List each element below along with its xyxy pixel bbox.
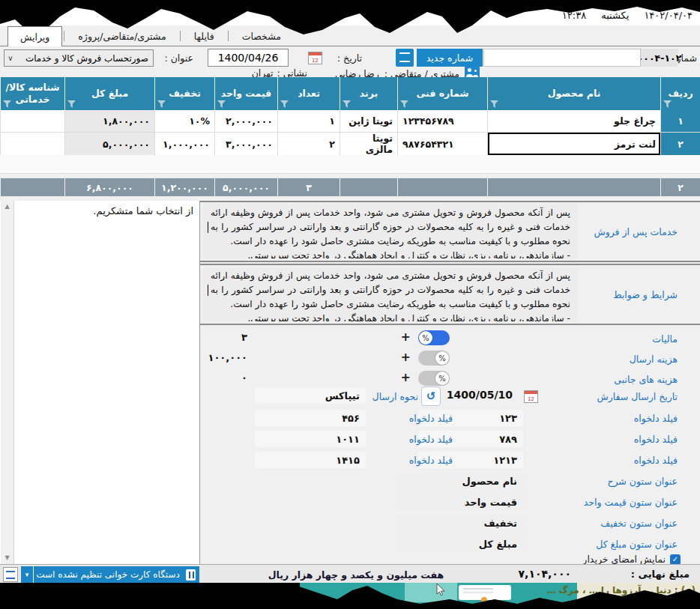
tax-value[interactable]: ۳	[241, 332, 247, 343]
number-options-icon[interactable]	[396, 49, 414, 67]
custom-field-value[interactable]: ۱۰۱۱	[255, 431, 366, 447]
filter-icon[interactable]	[157, 100, 166, 108]
filter-icon[interactable]	[490, 100, 498, 108]
document-number-value: ۰۰۰۴-۱۰۲	[641, 49, 678, 67]
column-title-label: عنوان ستون تخفیف	[600, 518, 678, 529]
col-header-unitprice[interactable]: قیمت واحد	[214, 77, 277, 110]
tab-files[interactable]: فایلها	[182, 26, 226, 46]
filter-icon[interactable]	[343, 100, 351, 108]
after-sales-label: خدمات پس از فروش	[594, 226, 678, 237]
terms-label: شرایط و ضوابط	[613, 289, 678, 300]
column-title-value[interactable]: نام محصول	[397, 473, 523, 489]
document-date-input[interactable]: 1400/04/26	[208, 49, 289, 67]
focused-cell: لنت ترمز	[487, 133, 660, 156]
number-input[interactable]	[483, 49, 641, 67]
shipping-cost-value[interactable]: ۱۰۰,۰۰۰	[208, 352, 247, 363]
table-row[interactable]: ۱ چراغ جلو ۱۲۳۴۵۶۷۸۹ تویتا ژاپن ۱ ۲,۰۰۰,…	[0, 110, 700, 133]
summary-total: ۶,۸۰۰,۰۰۰	[64, 178, 154, 196]
col-header-goods-id[interactable]: شناسه کالا/خدماتی	[0, 77, 64, 110]
tax-add-icon[interactable]: +	[401, 330, 411, 344]
col-header-brand[interactable]: برند	[340, 77, 397, 110]
col-header-technumber[interactable]: شماره فنی	[397, 77, 487, 110]
filter-icon[interactable]	[67, 100, 76, 108]
title-dropdown[interactable]: صورتحساب فروش کالا و خدمات ∨	[4, 49, 154, 67]
col-header-total[interactable]: مبلغ کل	[64, 77, 154, 110]
shipping-method-value[interactable]: تیپاکس	[255, 387, 366, 404]
filter-icon[interactable]	[400, 100, 408, 108]
tab-strip: ویرایش مشتری/متقاضی/پروژه فایلها مشخصات	[0, 25, 700, 46]
desktop-backdrop: (ع) : دنیا … آرزوها را … ، مرگ …	[0, 583, 700, 609]
note-text[interactable]: از انتخاب شما متشکریم.	[19, 205, 193, 216]
dropdown-caret-icon[interactable]: ▾	[21, 566, 34, 583]
custom-field-label: فیلد دلخواه	[409, 413, 453, 424]
date-label: تاریخ :	[337, 52, 362, 64]
shipping-cost-label: هزینه ارسال	[630, 354, 678, 365]
terms-section: شرایط و ضوابط پس از آنکه محصول فروش و تح…	[200, 264, 700, 325]
table-summary-row: ۲ ۳ ۵,۰۰۰,۰۰۰ ۱,۲۰۰,۰۰۰ ۶,۸۰۰,۰۰۰	[0, 178, 700, 196]
filter-icon[interactable]	[663, 100, 672, 108]
after-sales-textarea[interactable]: پس از آنکه محصول فروش و تحویل مشتری می ش…	[203, 204, 578, 258]
table-row[interactable]: ۲ لنت ترمز ۹۸۷۶۵۴۳۲۱ تویتا مالزی ۲ ۳,۰۰۰…	[0, 133, 700, 155]
filter-icon[interactable]	[280, 100, 289, 108]
side-costs-add-icon[interactable]: +	[401, 370, 411, 384]
wallpaper-text-fragment: (ع) : دنیا … آرزوها را … ، مرگ …	[546, 585, 696, 596]
tab-specifications[interactable]: مشخصات	[230, 26, 293, 46]
system-time: ۱۲:۳۸	[562, 10, 586, 21]
system-weekday: یکشنبه	[601, 10, 629, 21]
main-screen: ۱۴۰۲/۰۴/۰۴ یکشنبه ۱۲:۳۸ ویرایش مشتری/متق…	[0, 6, 700, 584]
application-window: ۱۴۰۲/۰۴/۰۴ یکشنبه ۱۲:۳۸ ویرایش مشتری/متق…	[0, 0, 700, 609]
column-title-label: عنوان ستون مبلغ کل	[596, 539, 678, 550]
note-panel[interactable]: ▲ ▼ از انتخاب شما متشکریم.	[0, 201, 200, 564]
title-label: عنوان :	[164, 52, 193, 64]
calendar-icon[interactable]	[308, 52, 322, 64]
order-date-label: تاریخ ارسال سفارش	[597, 391, 678, 402]
col-header-discount[interactable]: تخفیف	[154, 77, 214, 110]
column-title-value[interactable]: تخفیف	[397, 515, 523, 531]
table-empty-area[interactable]	[0, 155, 700, 174]
items-table-header: ردیف نام محصول شماره فنی برند تعداد قیمت…	[0, 77, 700, 110]
tab-edit[interactable]: ویرایش	[7, 26, 62, 46]
scroll-down-icon[interactable]: ▼	[1, 552, 13, 564]
terms-textarea[interactable]: پس از آنکه محصول فروش و تحویل مشتری می ش…	[203, 267, 578, 321]
mouse-cursor-icon	[436, 584, 445, 596]
tax-percent-toggle[interactable]: %	[418, 330, 450, 345]
order-date-value[interactable]: 1400/05/10	[447, 389, 513, 401]
tab-customer-project[interactable]: مشتری/متقاضی/پروژه	[66, 26, 178, 46]
column-title-value[interactable]: قیمت واحد	[397, 494, 523, 510]
signature-label: نمایش امضای خریدار	[582, 554, 666, 565]
new-number-button[interactable]: شماره جدید	[417, 49, 483, 67]
shipping-add-icon[interactable]: +	[401, 350, 411, 364]
text-cursor	[208, 285, 208, 296]
text-cursor	[208, 222, 208, 233]
col-header-row[interactable]: ردیف	[660, 77, 700, 110]
calendar-icon[interactable]	[524, 390, 538, 403]
status-time-row: ۱۴۰۲/۰۴/۰۴ یکشنبه ۱۲:۳۸	[0, 6, 700, 25]
settings-sliders-icon[interactable]	[3, 567, 18, 582]
side-costs-label: هزینه های جانبی	[614, 374, 678, 385]
col-header-product[interactable]: نام محصول	[487, 77, 660, 110]
chevron-down-icon: ∨	[4, 54, 16, 62]
scroll-up-icon[interactable]: ▲	[1, 201, 13, 213]
shipping-percent-toggle[interactable]: %	[418, 351, 450, 366]
wallpaper-text-area: (ع) : دنیا … آرزوها را … ، مرگ …	[577, 583, 700, 601]
wallpaper-window-graphic	[459, 585, 511, 600]
custom-field-value[interactable]: ۱۴۱۵	[255, 452, 366, 468]
custom-field-label: فیلد دلخواه	[634, 413, 678, 424]
side-costs-percent-toggle[interactable]: %	[418, 371, 450, 386]
custom-field-label: فیلد دلخواه	[409, 434, 453, 445]
footer-bar: مبلغ نهایی : ۷,۱۰۴,۰۰۰ هفت میلیون و یکصد…	[0, 564, 700, 584]
column-title-value[interactable]: مبلغ کل	[397, 536, 523, 552]
side-costs-value[interactable]: ۰	[241, 372, 247, 384]
summary-unit-price: ۵,۰۰۰,۰۰۰	[214, 178, 277, 196]
tax-label: مالیات	[652, 333, 678, 345]
summary-count: ۲	[660, 178, 700, 196]
custom-field-value[interactable]: ۴۵۶	[255, 410, 366, 426]
refresh-icon[interactable]: ↺	[421, 387, 441, 406]
col-header-qty[interactable]: تعداد	[277, 77, 340, 110]
wallpaper-block	[405, 583, 457, 602]
signature-checkbox[interactable]: ✓	[670, 554, 681, 565]
vertical-scrollbar[interactable]: ▲ ▼	[0, 201, 14, 564]
card-reader-warning-button[interactable]: دستگاه کارت خوانی تنظیم نشده است ▾	[21, 566, 199, 583]
custom-field-label: فیلد دلخواه	[634, 434, 678, 445]
filter-icon[interactable]	[217, 100, 226, 108]
